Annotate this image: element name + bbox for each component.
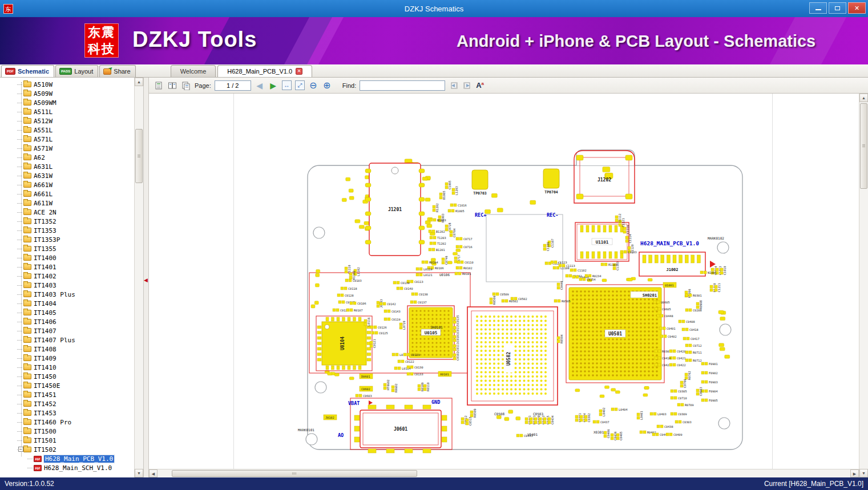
sidebar-item-it1407[interactable]: IT1407	[0, 326, 134, 335]
folder-icon	[23, 100, 31, 106]
sidebar-item-it1453[interactable]: IT1453	[0, 408, 134, 418]
svg-text:R0107: R0107	[354, 309, 363, 312]
svg-text:J1201: J1201	[388, 207, 402, 212]
sidebar-item-it1502[interactable]: IT1502−	[0, 445, 134, 454]
sidebar-item-a512w[interactable]: A512W	[0, 116, 134, 125]
tab-schematic[interactable]: PDF Schematic	[1, 65, 54, 77]
canvas-hscrollbar[interactable]: ◀ ▶	[149, 469, 859, 477]
sidebar-item-a631w[interactable]: A631W	[0, 171, 134, 180]
tab-h628-main-pcb[interactable]: H628_Main_PCB_V1.0 ✕	[217, 65, 312, 77]
match-case-icon[interactable]: Aa	[476, 81, 484, 90]
sidebar-item-it1352[interactable]: IT1352	[0, 217, 134, 226]
sidebar-item-it1451[interactable]: IT1451	[0, 390, 134, 399]
maximize-button[interactable]	[829, 2, 846, 14]
tab-welcome[interactable]: Welcome	[171, 65, 216, 77]
document-canvas[interactable]: J1201J1202TP0703TP0704U1101J1002U0105U01…	[149, 94, 868, 477]
sidebar-item-a661w[interactable]: A661W	[0, 180, 134, 189]
svg-text:C0420: C0420	[677, 350, 686, 353]
sidebar-item-ace-2n[interactable]: ACE 2N	[0, 208, 134, 217]
next-page-icon[interactable]: ▶	[268, 80, 278, 91]
tab-close-icon[interactable]: ✕	[296, 68, 302, 75]
svg-text:C0438: C0438	[664, 425, 673, 428]
svg-text:C0140: C0140	[404, 287, 413, 290]
scroll-up-icon[interactable]: ▲	[859, 94, 868, 102]
sidebar-scrollbar[interactable]: ▲ ▼	[134, 78, 143, 477]
sidebar-item-it1353[interactable]: IT1353	[0, 226, 134, 235]
pads-icon: PADS	[59, 68, 72, 75]
svg-text:L1102: L1102	[357, 267, 360, 276]
collapse-node-icon[interactable]: −	[18, 447, 23, 452]
sidebar-item-it1450e[interactable]: IT1450E	[0, 381, 134, 390]
zoom-in-icon[interactable]: ⊕	[322, 80, 332, 91]
sidebar-item-label: IT1405	[34, 309, 56, 317]
page-number-input[interactable]	[215, 80, 251, 91]
sidebar-splitter[interactable]: ◀	[144, 78, 149, 477]
svg-text:AO: AO	[338, 432, 344, 438]
sidebar-item-a661l[interactable]: A661L	[0, 189, 134, 199]
fit-width-icon[interactable]: ↔	[282, 80, 292, 90]
svg-text:C0502: C0502	[518, 297, 527, 301]
sidebar-item-a62[interactable]: A62	[0, 153, 134, 162]
svg-text:C0138: C0138	[419, 293, 428, 296]
sidebar-item-h628_main_pcb_v1.0[interactable]: PDFH628_Main_PCB_V1.0	[0, 454, 134, 463]
sidebar-item-it1404[interactable]: IT1404	[0, 299, 134, 308]
sidebar-item-it1405[interactable]: IT1405	[0, 308, 134, 317]
sidebar-item-it1355[interactable]: IT1355	[0, 244, 134, 253]
sidebar-item-a551l[interactable]: A551L	[0, 125, 134, 135]
sidebar-item-a511l[interactable]: A511L	[0, 107, 134, 116]
scroll-up-icon[interactable]: ▲	[135, 78, 143, 86]
svg-text:C0309: C0309	[678, 412, 687, 416]
tab-layout[interactable]: PADS Layout	[55, 65, 98, 77]
sidebar-item-it1408[interactable]: IT1408	[0, 345, 134, 354]
scroll-thumb[interactable]	[860, 103, 867, 189]
scroll-down-icon[interactable]: ▼	[859, 469, 868, 477]
multi-page-icon[interactable]	[181, 80, 191, 91]
scroll-down-icon[interactable]: ▼	[135, 469, 143, 477]
zoom-out-icon[interactable]: ⊖	[308, 80, 318, 91]
sidebar-item-it1402[interactable]: IT1402	[0, 272, 134, 281]
sidebar-item-it1410[interactable]: IT1410	[0, 363, 134, 372]
scroll-left-icon[interactable]: ◀	[149, 469, 158, 477]
sidebar-item-a509wm[interactable]: A509WM	[0, 98, 134, 107]
sidebar-item-a631l[interactable]: A631L	[0, 162, 134, 171]
close-button[interactable]: ✕	[848, 2, 866, 14]
canvas-vscrollbar[interactable]: ▲ ▼	[859, 94, 868, 477]
sidebar-item-it1400[interactable]: IT1400	[0, 253, 134, 262]
sidebar-item-it1403-plus[interactable]: IT1403 Plus	[0, 290, 134, 299]
scroll-thumb[interactable]	[172, 470, 417, 477]
fit-page-icon[interactable]: ⤢	[295, 80, 305, 90]
sidebar-item-it1409[interactable]: IT1409	[0, 354, 134, 363]
sidebar-item-h628_main_sch_v1.0[interactable]: PDFH628_Main_SCH_V1.0	[0, 463, 134, 472]
facing-pages-icon[interactable]	[167, 80, 177, 91]
sidebar-item-a571l[interactable]: A571L	[0, 135, 134, 144]
sidebar-item-it1500[interactable]: IT1500	[0, 427, 134, 436]
sidebar-item-a571w[interactable]: A571W	[0, 144, 134, 153]
find-previous-icon[interactable]	[449, 80, 459, 91]
tab-share[interactable]: Share	[99, 65, 135, 77]
sidebar-item-it1406[interactable]: IT1406	[0, 317, 134, 326]
find-input[interactable]	[360, 80, 445, 91]
sidebar-item-it1401[interactable]: IT1401	[0, 262, 134, 272]
sidebar-item-it1452[interactable]: IT1452	[0, 399, 134, 408]
previous-page-icon[interactable]: ◀	[255, 80, 265, 91]
sidebar-item-it1501[interactable]: IT1501	[0, 436, 134, 445]
sidebar-item-a509w[interactable]: A509W	[0, 89, 134, 98]
svg-text:C0605: C0605	[662, 307, 671, 311]
svg-text:C0515: C0515	[469, 416, 472, 426]
minimize-button[interactable]	[809, 2, 827, 14]
sidebar-item-a510w[interactable]: A510W	[0, 80, 134, 89]
page-thumbnails-icon[interactable]	[154, 80, 164, 91]
scroll-thumb[interactable]	[135, 129, 143, 183]
sidebar-item-label: IT1500	[34, 428, 56, 435]
find-next-icon[interactable]	[462, 80, 473, 91]
sidebar-item-it1460-pro[interactable]: IT1460 Pro	[0, 418, 134, 427]
sidebar-item-it1403[interactable]: IT1403	[0, 281, 134, 290]
sidebar-item-it1353p[interactable]: IT1353P	[0, 235, 134, 244]
sidebar-item-label: IT1353	[34, 227, 56, 234]
scroll-right-icon[interactable]: ▶	[850, 469, 859, 477]
sidebar-item-a611w[interactable]: A611W	[0, 199, 134, 208]
sidebar-item-label: IT1352	[34, 218, 56, 225]
collapse-arrow-icon[interactable]: ◀	[144, 278, 148, 283]
sidebar-item-it1450[interactable]: IT1450	[0, 372, 134, 381]
sidebar-item-it1407-plus[interactable]: IT1407 Plus	[0, 335, 134, 345]
